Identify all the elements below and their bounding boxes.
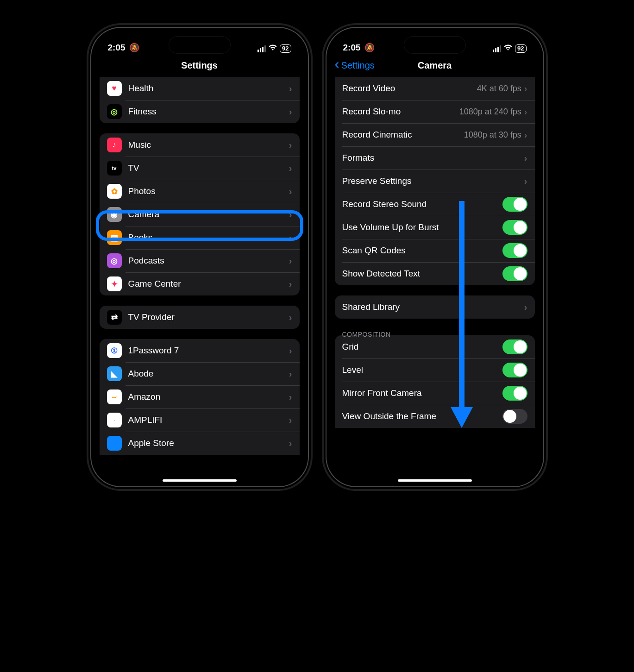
settings-row-abode[interactable]: ◣Abode›	[100, 362, 300, 385]
settings-row-record-video[interactable]: Record Video4K at 60 fps›	[335, 77, 535, 100]
toggle-level[interactable]	[502, 363, 527, 377]
settings-row-books[interactable]: ▤Books›	[100, 226, 300, 249]
chevron-right-icon: ›	[289, 163, 292, 174]
settings-group: GridLevelMirror Front CameraView Outside…	[335, 335, 535, 428]
row-label: Podcasts	[128, 256, 289, 266]
row-label: 1Password 7	[128, 345, 289, 356]
silent-icon: 🔕	[129, 43, 139, 53]
toggle-use-volume-up-for-burst[interactable]	[502, 220, 527, 235]
navbar: Settings	[91, 54, 308, 77]
settings-row-apple-store[interactable]: Apple Store›	[100, 432, 300, 455]
page-title: Settings	[181, 60, 218, 71]
podcasts-icon: ◎	[107, 253, 122, 268]
toggle-mirror-front-camera[interactable]	[502, 386, 527, 401]
row-label: Use Volume Up for Burst	[342, 222, 502, 232]
toggle-knob	[514, 364, 527, 377]
chevron-right-icon: ›	[289, 312, 292, 323]
settings-row-game-center[interactable]: ✦Game Center›	[100, 272, 300, 295]
row-label: AMPLIFI	[128, 415, 289, 425]
apple-store-icon	[107, 436, 122, 451]
settings-row-scan-qr-codes[interactable]: Scan QR Codes	[335, 239, 535, 262]
row-label: Abode	[128, 369, 289, 379]
chevron-right-icon: ›	[524, 176, 527, 187]
chevron-right-icon: ›	[289, 256, 292, 266]
settings-group: ♥Health›◎Fitness›	[100, 77, 300, 123]
settings-row-amazon[interactable]: ⌣Amazon›	[100, 385, 300, 408]
back-button[interactable]: Settings	[335, 60, 375, 71]
row-label: Photos	[128, 186, 289, 196]
chevron-right-icon: ›	[289, 345, 292, 356]
toggle-view-outside-the-frame[interactable]	[502, 409, 527, 424]
row-label: TV	[128, 163, 289, 173]
row-label: Fitness	[128, 107, 289, 117]
home-indicator[interactable]	[163, 479, 237, 482]
settings-row-record-cinematic[interactable]: Record Cinematic1080p at 30 fps›	[335, 123, 535, 146]
toggle-knob	[514, 198, 527, 211]
settings-row-show-detected-text[interactable]: Show Detected Text	[335, 262, 535, 285]
amazon-icon: ⌣	[107, 389, 122, 404]
row-label: Camera	[128, 209, 289, 220]
camera-settings-list[interactable]: Record Video4K at 60 fps›Record Slo-mo10…	[326, 77, 543, 486]
settings-row-music[interactable]: ♪Music›	[100, 133, 300, 157]
toggle-grid[interactable]	[502, 339, 527, 354]
row-detail: 1080p at 30 fps	[464, 130, 521, 140]
navbar: Settings Camera	[326, 54, 543, 77]
settings-row-level[interactable]: Level	[335, 358, 535, 382]
settings-row-amplifi[interactable]: ·AMPLIFI›	[100, 408, 300, 432]
home-indicator[interactable]	[398, 479, 472, 482]
settings-row-camera[interactable]: ◉Camera›	[100, 203, 300, 226]
settings-row-record-slo-mo[interactable]: Record Slo-mo1080p at 240 fps›	[335, 100, 535, 123]
wifi-icon	[504, 44, 512, 53]
row-label: Health	[128, 83, 289, 94]
settings-row-record-stereo-sound[interactable]: Record Stereo Sound	[335, 193, 535, 216]
books-icon: ▤	[107, 230, 122, 245]
toggle-knob	[503, 410, 516, 423]
settings-row-fitness[interactable]: ◎Fitness›	[100, 100, 300, 123]
row-label: Books	[128, 232, 289, 243]
settings-row-grid[interactable]: Grid	[335, 335, 535, 358]
tv-provider-icon: ⇄	[107, 310, 122, 325]
row-detail: 1080p at 240 fps	[459, 107, 521, 117]
settings-list[interactable]: ♥Health›◎Fitness› ♪Music›tvTV›✿Photos›◉C…	[91, 77, 308, 486]
toggle-knob	[514, 267, 527, 280]
row-label: Level	[342, 365, 502, 375]
toggle-scan-qr-codes[interactable]	[502, 243, 527, 258]
settings-row-podcasts[interactable]: ◎Podcasts›	[100, 249, 300, 272]
row-label: Shared Library	[342, 302, 524, 312]
settings-row-mirror-front-camera[interactable]: Mirror Front Camera	[335, 382, 535, 405]
chevron-right-icon: ›	[524, 153, 527, 163]
chevron-right-icon: ›	[289, 279, 292, 289]
music-icon: ♪	[107, 138, 122, 152]
phone-left: 2:05 🔕 92 Settings ♥Health›◎Fitness› ♪Mu…	[91, 28, 308, 486]
settings-row-shared-library[interactable]: Shared Library›	[335, 295, 535, 319]
toggle-knob	[514, 244, 527, 257]
settings-row-health[interactable]: ♥Health›	[100, 77, 300, 100]
settings-row-photos[interactable]: ✿Photos›	[100, 180, 300, 203]
fitness-icon: ◎	[107, 104, 122, 119]
chevron-right-icon: ›	[289, 438, 292, 449]
status-time: 2:05	[343, 43, 361, 53]
settings-row-tv[interactable]: tvTV›	[100, 157, 300, 180]
row-label: Game Center	[128, 279, 289, 289]
row-label: Preserve Settings	[342, 176, 524, 186]
settings-group: Shared Library›	[335, 295, 535, 319]
photos-icon: ✿	[107, 184, 122, 199]
chevron-right-icon: ›	[289, 209, 292, 220]
toggle-record-stereo-sound[interactable]	[502, 197, 527, 212]
row-detail: 4K at 60 fps	[477, 84, 521, 94]
settings-row-view-outside-the-frame[interactable]: View Outside the Frame	[335, 405, 535, 428]
settings-row-tv-provider[interactable]: ⇄TV Provider›	[100, 306, 300, 329]
toggle-show-detected-text[interactable]	[502, 266, 527, 281]
row-label: TV Provider	[128, 312, 289, 322]
settings-row-1password-7[interactable]: ①1Password 7›	[100, 339, 300, 362]
settings-row-use-volume-up-for-burst[interactable]: Use Volume Up for Burst	[335, 216, 535, 239]
chevron-right-icon: ›	[289, 186, 292, 197]
settings-row-formats[interactable]: Formats›	[335, 146, 535, 170]
row-label: View Outside the Frame	[342, 411, 502, 421]
chevron-right-icon: ›	[289, 83, 292, 94]
row-label: Record Video	[342, 83, 477, 94]
settings-row-preserve-settings[interactable]: Preserve Settings›	[335, 170, 535, 193]
row-label: Show Detected Text	[342, 269, 502, 279]
row-label: Record Slo-mo	[342, 107, 459, 117]
row-label: Record Cinematic	[342, 130, 464, 140]
